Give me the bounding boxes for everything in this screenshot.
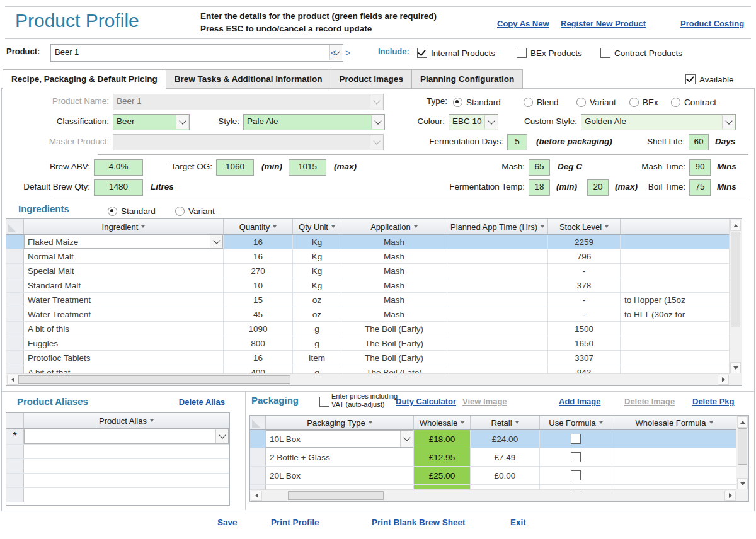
use-formula-cell[interactable] [540, 467, 612, 484]
register-new-product-link[interactable]: Register New Product [561, 19, 646, 28]
ingredient-cell[interactable]: Standard Malt [24, 278, 224, 292]
ingredients-mode-radio[interactable] [108, 207, 117, 216]
column-header-ingredient[interactable]: Ingredient [24, 219, 224, 234]
row-selector[interactable] [6, 307, 24, 321]
application-cell[interactable]: The Boil (Early) [341, 322, 447, 336]
planned-time-cell[interactable] [447, 365, 548, 374]
include-option-bex-products[interactable]: BEx Products [517, 47, 582, 59]
column-dropdown-icon[interactable] [331, 225, 335, 228]
quantity-cell[interactable]: 45 [224, 307, 293, 321]
row-selector[interactable] [6, 336, 24, 350]
tab-product-images[interactable]: Product Images [331, 69, 412, 89]
scrollbar-thumb[interactable] [731, 232, 740, 327]
application-cell[interactable]: The Boil (Early) [341, 351, 447, 365]
column-dropdown-icon[interactable] [605, 225, 609, 228]
column-header-product-alias[interactable]: Product Alias [24, 413, 229, 428]
exit-link[interactable]: Exit [510, 518, 526, 527]
quantity-cell[interactable]: 1090 [224, 322, 293, 336]
stock-level-cell[interactable]: 2259 [548, 235, 621, 249]
ingredient-cell[interactable]: Normal Malt [24, 249, 224, 263]
application-cell[interactable]: Mash [341, 264, 447, 278]
column-dropdown-icon[interactable] [273, 225, 277, 228]
classification-select[interactable]: Beer [113, 114, 190, 130]
quantity-cell[interactable]: 270 [224, 264, 293, 278]
stock-level-cell[interactable]: - [548, 264, 621, 278]
note-cell[interactable] [621, 264, 730, 278]
row-selector[interactable] [6, 474, 24, 487]
scroll-right-button[interactable] [718, 375, 729, 385]
row-selector[interactable] [250, 448, 266, 466]
planned-time-cell[interactable] [447, 336, 548, 350]
fermentation-temp-max-input[interactable]: 20 [587, 179, 609, 196]
tab-recipe-packaging-default-pricing[interactable]: Recipe, Packaging & Default Pricing [3, 69, 166, 89]
stock-level-cell[interactable]: 3307 [548, 351, 621, 365]
print-profile-link[interactable]: Print Profile [271, 518, 319, 527]
column-header-planned-app-time-hrs[interactable]: Planned App Time (Hrs) [447, 219, 548, 234]
row-selector[interactable] [6, 249, 24, 263]
include-checkbox[interactable] [517, 48, 527, 58]
ingredient-cell[interactable]: A bit of that [24, 365, 224, 374]
fermentation-temp-min-input[interactable]: 18 [529, 179, 550, 196]
planned-time-cell[interactable] [447, 278, 548, 292]
select-all-corner[interactable] [6, 219, 24, 234]
application-cell[interactable]: Mash [341, 249, 447, 263]
stock-level-cell[interactable]: 378 [548, 278, 621, 292]
qty-unit-cell[interactable]: Kg [293, 235, 341, 249]
column-header-wholesale[interactable]: Wholesale [414, 416, 471, 429]
note-cell[interactable] [621, 322, 730, 336]
note-cell[interactable]: to HLT (30oz for [621, 307, 730, 321]
column-header-application[interactable]: Application [341, 219, 447, 234]
include-option-contract-products[interactable]: Contract Products [600, 47, 682, 59]
type-radio[interactable] [576, 98, 586, 107]
qty-unit-cell[interactable]: oz [293, 293, 341, 307]
qty-unit-cell[interactable]: Kg [293, 264, 341, 278]
wholesale-cell[interactable]: £18.00 [414, 430, 471, 448]
column-header-packaging-type[interactable]: Packaging Type [266, 416, 414, 429]
row-selector[interactable] [6, 278, 24, 292]
ingredients-mode-option-standard[interactable]: Standard [108, 205, 156, 217]
delete-alias-link[interactable]: Delete Alias [156, 397, 225, 407]
row-selector[interactable] [6, 459, 24, 473]
planned-time-cell[interactable] [447, 351, 548, 365]
column-header-extra[interactable] [621, 219, 730, 234]
ingredient-cell[interactable]: Special Malt [24, 264, 224, 278]
type-option-variant[interactable]: Variant [576, 96, 616, 108]
save-link[interactable]: Save [217, 518, 238, 527]
custom-style-select[interactable]: Golden Ale [581, 114, 736, 130]
qty-unit-cell[interactable]: oz [293, 307, 341, 321]
ingredient-cell[interactable]: Flaked Maize [24, 235, 224, 249]
wholesale-cell[interactable]: £25.00 [414, 467, 471, 484]
available-checkbox[interactable] [685, 74, 696, 84]
packaging-type-cell[interactable]: 2 Bottle + Glass [266, 448, 414, 466]
mash-time-input[interactable]: 90 [689, 159, 711, 176]
column-header-stock-level[interactable]: Stock Level [548, 219, 621, 234]
column-header-qty-unit[interactable]: Qty Unit [293, 219, 341, 234]
type-option-bex[interactable]: BEx [629, 96, 658, 108]
column-header-use-formula[interactable]: Use Formula [540, 416, 612, 429]
row-selector[interactable] [250, 467, 266, 484]
retail-cell[interactable]: £24.00 [471, 430, 540, 448]
colour-select[interactable]: EBC 10 [449, 114, 498, 130]
column-dropdown-icon[interactable] [141, 225, 145, 228]
column-dropdown-icon[interactable] [150, 419, 154, 422]
qty-unit-cell[interactable]: Item [293, 351, 341, 365]
dropdown-arrow-icon[interactable] [722, 115, 735, 129]
note-cell[interactable] [621, 365, 730, 374]
row-selector[interactable] [6, 293, 24, 307]
include-checkbox[interactable] [417, 48, 427, 58]
vat-checkbox[interactable] [319, 397, 329, 407]
qty-unit-cell[interactable]: g [293, 322, 341, 336]
application-cell[interactable]: Mash [341, 235, 447, 249]
ingredient-cell[interactable]: Water Treatment [24, 293, 224, 307]
scroll-right-button[interactable] [724, 491, 736, 501]
horizontal-scrollbar[interactable] [250, 489, 736, 501]
default-brew-qty-input[interactable]: 1480 [94, 179, 143, 196]
vertical-scrollbar[interactable] [736, 416, 748, 490]
dropdown-arrow-icon[interactable] [210, 235, 222, 248]
quantity-cell[interactable]: 16 [224, 249, 293, 263]
quantity-cell[interactable]: 800 [224, 336, 293, 350]
type-radio[interactable] [453, 98, 462, 107]
dropdown-arrow-icon[interactable] [484, 115, 497, 129]
note-cell[interactable] [621, 249, 730, 263]
mash-input[interactable]: 65 [529, 159, 550, 176]
